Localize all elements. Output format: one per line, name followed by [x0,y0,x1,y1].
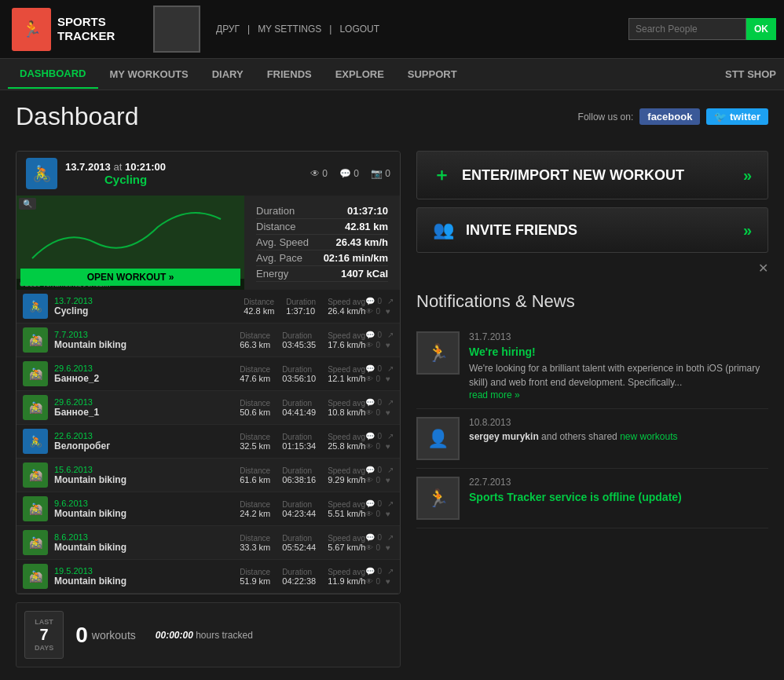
workout-name: Cycling [104,173,166,186]
list-item[interactable]: 🚵 15.6.2013 Mountain biking Distance 61.… [16,459,400,492]
list-view-icon[interactable]: 👁 [365,341,373,349]
list-share-icon[interactable]: ↗ [387,499,394,508]
list-item-info: 13.7.2013 Cycling [54,296,244,316]
page-header: Dashboard Follow us on: facebook 🐦 twitt… [0,90,784,135]
list-share-icon[interactable]: ↗ [387,567,394,576]
list-like-icon[interactable]: ♥ [386,510,390,518]
list-item[interactable]: 🚵 7.7.2013 Mountain biking Distance 66.3… [16,324,400,357]
invite-friends-button[interactable]: 👥 INVITE FRIENDS » [416,207,768,253]
list-item-date: 19.5.2013 [54,566,240,576]
list-item-info: 29.6.2013 Банное_1 [54,397,240,418]
list-like-icon[interactable]: ♥ [386,442,390,451]
nav-diary[interactable]: DIARY [200,60,255,88]
list-like-icon[interactable]: ♥ [386,408,390,417]
list-comment-icon[interactable]: 💬 [365,499,375,508]
list-comment-icon[interactable]: 💬 [365,297,375,305]
photo-icon[interactable]: 📷 0 [371,168,390,179]
list-item[interactable]: 🚵 29.6.2013 Банное_2 Distance 47.6 km Du… [16,357,400,391]
list-comment-icon[interactable]: 💬 [365,398,375,407]
list-item-name: Банное_1 [54,407,240,418]
user-name[interactable]: ДРУГ [216,24,240,35]
list-view-icon[interactable]: 👁 [365,442,373,451]
list-item[interactable]: 🚵 9.6.2013 Mountain biking Distance 24.2… [16,492,400,526]
list-comment-icon[interactable]: 💬 [365,364,375,373]
logo-icon: 🏃 [12,8,51,51]
workouts-count: 0 workouts [75,623,136,648]
notifications-section: Notifications & News 🏃 31.7.2013 We're h… [416,291,768,528]
close-button[interactable]: ✕ [416,261,768,276]
list-comment-icon[interactable]: 💬 [365,331,375,339]
logo-text: SPORTS TRACKER [57,15,115,43]
right-column: ＋ ENTER/IMPORT NEW WORKOUT » 👥 INVITE FR… [416,151,768,667]
list-item[interactable]: 🚵 29.6.2013 Банное_1 Distance 50.6 km Du… [16,391,400,425]
logout-link[interactable]: LOGOUT [339,24,379,35]
nav-my-workouts[interactable]: MY WORKOUTS [98,60,200,88]
plus-icon: ＋ [433,163,450,187]
list-comment-icon[interactable]: 💬 [365,432,375,441]
list-share-icon[interactable]: ↗ [387,364,394,373]
workout-header-actions: 👁 0 💬 0 📷 0 [310,168,390,179]
list-view-icon[interactable]: 👁 [365,408,373,417]
logo-area: 🏃 SPORTS TRACKER [0,8,145,51]
list-view-icon[interactable]: 👁 [365,375,373,383]
view-icon[interactable]: 👁 0 [310,168,328,179]
list-item-date: 7.7.2013 [54,330,240,339]
list-view-icon[interactable]: 👁 [365,307,373,316]
list-like-icon[interactable]: ♥ [386,375,390,383]
open-workout-button[interactable]: OPEN WORKOUT » [20,269,240,286]
list-share-icon[interactable]: ↗ [387,331,394,339]
list-view-icon[interactable]: 👁 [365,510,373,518]
list-item-stats: Distance 50.6 km Duration 04:41:49 Speed… [240,399,365,417]
stt-shop-link[interactable]: STT SHOP [725,68,776,80]
twitter-badge[interactable]: 🐦 twitter [706,108,768,125]
workout-list: 🚴 13.7.2013 Cycling Distance 42.8 km Dur… [16,290,400,594]
stat-distance: Distance 42.81 km [256,219,388,235]
list-item[interactable]: 🚴 13.7.2013 Cycling Distance 42.8 km Dur… [16,290,400,324]
list-share-icon[interactable]: ↗ [387,398,394,407]
list-like-icon[interactable]: ♥ [386,543,390,552]
notif-content-2: 10.8.2013 sergey murykin and others shar… [469,417,768,460]
list-comment-icon[interactable]: 💬 [365,533,375,542]
list-item-actions: 💬0 ↗ 👁0 ♥ [365,364,394,383]
list-item[interactable]: 🚵 19.5.2013 Mountain biking Distance 51.… [16,560,400,594]
list-like-icon[interactable]: ♥ [386,307,390,316]
workout-stats: Duration 01:37:10 Distance 42.81 km Avg.… [244,196,400,290]
list-like-icon[interactable]: ♥ [386,476,390,484]
list-like-icon[interactable]: ♥ [386,341,390,349]
list-share-icon[interactable]: ↗ [387,466,394,474]
read-more-link[interactable]: read more » [469,389,768,400]
search-input[interactable] [628,18,746,40]
notif-item-3: 🏃 22.7.2013 Sports Tracker service is of… [416,469,768,528]
nav-friends[interactable]: FRIENDS [255,60,324,88]
list-item-actions: 💬0 ↗ 👁0 ♥ [365,499,394,518]
list-view-icon[interactable]: 👁 [365,543,373,552]
list-item[interactable]: 🚴 22.6.2013 Велопробег Distance 32.5 km … [16,425,400,459]
page-title: Dashboard [16,102,139,131]
search-ok-button[interactable]: OK [746,18,776,40]
list-item-icon: 🚴 [23,294,48,319]
facebook-badge[interactable]: facebook [639,108,700,125]
list-item-stats: Distance 61.6 km Duration 06:38:16 Speed… [240,466,365,484]
zoom-btn[interactable]: 🔍 [19,198,36,210]
list-item-icon: 🚵 [23,327,48,353]
list-view-icon[interactable]: 👁 [365,476,373,484]
list-like-icon[interactable]: ♥ [386,577,390,586]
import-workout-button[interactable]: ＋ ENTER/IMPORT NEW WORKOUT » [416,151,768,199]
list-share-icon[interactable]: ↗ [387,297,394,305]
nav-support[interactable]: SUPPORT [396,60,469,88]
list-comment-icon[interactable]: 💬 [365,466,375,474]
notif-avatar-2: 👤 [416,417,460,460]
list-item-actions: 💬0 ↗ 👁0 ♥ [365,567,394,586]
list-item[interactable]: 🚵 8.6.2013 Mountain biking Distance 33.3… [16,526,400,560]
list-view-icon[interactable]: 👁 [365,577,373,586]
list-item-info: 19.5.2013 Mountain biking [54,566,240,587]
my-settings-link[interactable]: MY SETTINGS [258,24,321,35]
workout-card-header: 🚴 13.7.2013 at 10:21:00 Cycling 👁 0 💬 0 … [16,152,400,196]
nav-explore[interactable]: EXPLORE [324,60,396,88]
list-share-icon[interactable]: ↗ [387,533,394,542]
nav-dashboard[interactable]: DASHBOARD [8,60,98,89]
comment-icon[interactable]: 💬 0 [339,168,359,179]
list-comment-icon[interactable]: 💬 [365,567,375,576]
list-item-icon: 🚴 [23,429,48,454]
list-share-icon[interactable]: ↗ [387,432,394,441]
